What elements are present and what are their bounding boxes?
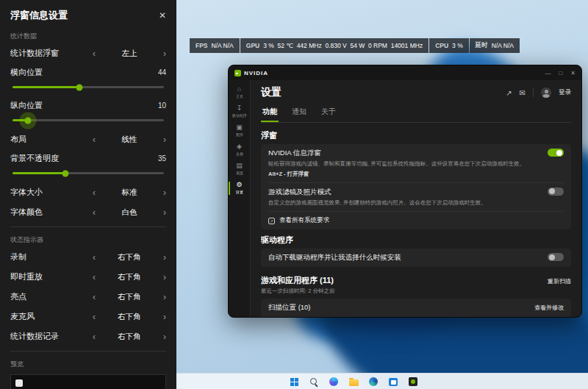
stats-overlay-value: 左上 (122, 49, 137, 59)
chevron-right-icon[interactable]: › (163, 135, 166, 144)
info-overlay-toggle[interactable] (548, 149, 564, 157)
tab-about[interactable]: 关于 (320, 104, 337, 122)
tab-notifications[interactable]: 通知 (290, 104, 308, 122)
background-opacity-slider[interactable] (12, 172, 164, 174)
drivers-section-card: 自动下载驱动程序并让我选择什么时候安装 (261, 249, 571, 267)
horizontal-position-value: 44 (158, 68, 166, 76)
vertical-position-slider[interactable] (12, 119, 164, 121)
chevron-left-icon[interactable]: ‹ (93, 49, 96, 58)
taskbar-file-explorer-button[interactable] (348, 376, 359, 388)
taskbar-store-button[interactable] (387, 376, 399, 388)
vertical-position-slider-block: 纵向位置 10 (0, 96, 176, 129)
page-title: 设置 (261, 86, 282, 99)
instant-replay-value: 右下角 (118, 272, 141, 282)
taskbar-nvidia-app-button[interactable] (407, 376, 419, 388)
layout-selector: 布局 ‹ 线性 › (0, 129, 176, 149)
highlights-value: 右下角 (118, 292, 141, 302)
avatar[interactable] (541, 88, 551, 98)
indicators-section-label: 状态指示器 (0, 232, 176, 247)
system-icon: ▤ (236, 163, 243, 169)
chevron-right-icon[interactable]: › (163, 293, 166, 301)
chevron-left-icon[interactable]: ‹ (93, 313, 96, 321)
overlay-section-card: NVIDIA 信息浮窗 轻松获得游戏内滤镜、录制和直播等功能, 并可监控系统性能… (261, 144, 571, 229)
slider-knob[interactable] (24, 117, 31, 124)
chevron-right-icon[interactable]: › (163, 313, 166, 321)
chevron-left-icon[interactable]: ‹ (93, 293, 96, 301)
divider (533, 88, 534, 97)
stats-section-label: 统计数据 (0, 28, 176, 43)
chevron-right-icon[interactable]: › (163, 49, 166, 58)
filters-title: 游戏滤镜及照片模式 (268, 188, 331, 197)
app-main: 设置 ↗ ✉ 登录 功能 通知 关于 浮窗 (251, 80, 581, 317)
rescan-link[interactable]: 重新扫描 (548, 277, 571, 285)
scan-locations-row: 扫描位置 (10) 查看并修改 (268, 299, 564, 317)
chevron-right-icon[interactable]: › (163, 188, 166, 197)
chevron-right-icon[interactable]: › (163, 253, 166, 262)
slider-knob[interactable] (62, 170, 69, 176)
vertical-position-value: 10 (158, 101, 166, 110)
recording-selector: 录制 ‹ 右下角 › (0, 247, 176, 267)
layout-value: 线性 (122, 135, 137, 145)
stats-overlay-label: 统计数据浮窗 (10, 48, 59, 59)
cpu-value: 3 % (452, 42, 463, 49)
close-button[interactable]: ✕ (570, 70, 576, 76)
sidebar-item-settings[interactable]: ⚙ 设置 (229, 179, 250, 198)
taskbar-start-button[interactable] (288, 376, 300, 388)
external-link-icon: ↗ (268, 218, 275, 224)
share-icon[interactable]: ↗ (506, 89, 512, 97)
nvidia-app-window: NVIDIA — □ ✕ ⌂ 主页 ↧ 驱动程序 ▣ 图形 (228, 65, 582, 318)
panel-title: 浮窗信息设置 (10, 9, 68, 22)
preview-stats-chip (15, 379, 23, 387)
chevron-left-icon[interactable]: ‹ (93, 135, 96, 144)
feedback-icon[interactable]: ✉ (520, 89, 526, 97)
recording-value: 右下角 (118, 252, 141, 263)
taskbar-edge-button[interactable] (368, 376, 379, 388)
auto-download-toggle[interactable] (548, 253, 564, 261)
microphone-label: 麦克风 (10, 311, 35, 322)
stats-logging-label: 统计数据记录 (10, 331, 59, 342)
scan-locations-label: 扫描位置 (10) (268, 303, 311, 313)
chevron-left-icon[interactable]: ‹ (93, 253, 96, 262)
microphone-selector: 麦克风 ‹ 右下角 › (0, 307, 176, 326)
chevron-right-icon[interactable]: › (163, 208, 166, 217)
divider (10, 351, 166, 351)
info-overlay-title: NVIDIA 信息浮窗 (268, 149, 321, 158)
taskbar-search-button[interactable] (308, 376, 320, 388)
chevron-right-icon[interactable]: › (163, 332, 166, 341)
chevron-left-icon[interactable]: ‹ (93, 208, 96, 217)
sidebar-item-system[interactable]: ▤ 系统 (229, 160, 250, 179)
sidebar-item-home[interactable]: ⌂ 主页 (229, 83, 250, 102)
filters-toggle[interactable] (548, 188, 564, 196)
minimize-button[interactable]: — (545, 70, 551, 76)
slider-fill (12, 86, 79, 88)
app-brand: NVIDIA (234, 70, 268, 76)
sidebar-item-graphics[interactable]: ▣ 图形 (229, 121, 250, 140)
sidebar-item-redeem[interactable]: ◈ 兑换 (229, 140, 250, 160)
login-button[interactable]: 登录 (559, 88, 571, 97)
chevron-right-icon[interactable]: › (163, 273, 166, 282)
highlights-selector: 亮点 ‹ 右下角 › (0, 287, 176, 307)
perf-segment-fps: FPS N/A N/A (190, 38, 240, 53)
store-icon (389, 378, 398, 386)
chevron-left-icon[interactable]: ‹ (93, 332, 96, 341)
font-size-label: 字体大小 (10, 187, 43, 198)
font-size-selector: 字体大小 ‹ 标准 › (0, 182, 176, 202)
taskbar-copilot-button[interactable] (328, 376, 340, 388)
chevron-left-icon[interactable]: ‹ (93, 188, 96, 197)
chevron-left-icon[interactable]: ‹ (93, 273, 96, 282)
close-icon[interactable]: ✕ (159, 10, 166, 21)
view-edit-link[interactable]: 查看并修改 (534, 304, 564, 312)
filters-item: 游戏滤镜及照片模式 自定义您的游戏画面视觉效果, 并创建独特的游戏内照片。这会在… (268, 183, 564, 213)
horizontal-position-slider[interactable] (12, 86, 164, 88)
tab-features[interactable]: 功能 (261, 104, 279, 122)
nvidia-app-icon (409, 377, 417, 386)
edge-browser-icon (369, 377, 378, 386)
window-titlebar[interactable]: NVIDIA — □ ✕ (229, 65, 581, 80)
system-requirements-link[interactable]: ↗ 查看所有系统要求 (268, 212, 564, 229)
maximize-button[interactable]: □ (559, 70, 562, 76)
home-icon: ⌂ (237, 86, 241, 93)
sidebar-item-drivers[interactable]: ↧ 驱动程序 (229, 102, 250, 121)
slider-knob[interactable] (76, 84, 82, 90)
perf-segment-cpu: CPU 3 % (429, 38, 469, 53)
last-scan-note: 最近一次扫描时间: 2 分钟之前 (261, 288, 334, 295)
